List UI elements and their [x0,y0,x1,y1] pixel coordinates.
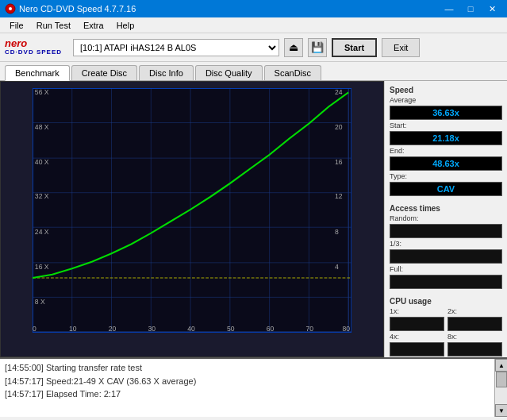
start-label: Start: [390,121,502,129]
svg-text:10: 10 [69,324,77,333]
full-value [390,275,502,289]
svg-text:16 X: 16 X [35,263,49,272]
svg-text:12: 12 [335,192,343,201]
cpu-2x-label: 2x: [447,307,502,315]
tab-bar: Benchmark Create Disc Disc Info Disc Qua… [0,62,507,81]
full-row: Full: [390,265,502,289]
type-col: Type: CAV [390,172,502,196]
svg-text:24: 24 [335,88,343,97]
cpu-row2: 4x: 8x: [390,333,502,356]
svg-rect-2 [33,88,351,333]
log-line-3: [14:57:17] Elapsed Time: 2:17 [5,387,490,401]
svg-text:8: 8 [335,227,339,236]
cpu8x-col: 8x: [447,333,502,356]
cpu4x-col: 4x: [390,333,444,356]
cpu1x-col: 1x: [390,307,444,331]
cpu-row: 1x: 2x: [390,307,502,331]
log-line-2: [14:57:17] Speed:21-49 X CAV (36.63 X av… [5,375,490,388]
log-area: [14:55:00] Starting transfer rate test [… [0,357,507,417]
onethird-label: 1/3: [390,240,502,248]
tab-scan-disc[interactable]: ScanDisc [264,65,321,80]
svg-text:24 X: 24 X [35,227,49,236]
main-content: 56 X 48 X 40 X 32 X 24 X 16 X 8 X 24 20 … [0,81,507,357]
window-title: Nero CD-DVD Speed 4.7.7.16 [19,4,136,13]
cpu-8x-value [447,342,502,356]
start-value: 21.18x [390,131,502,145]
cpu-2x-value [447,317,502,331]
start-row: Start: 21.18x [390,121,502,145]
end-label: End: [390,147,502,155]
nero-brand: nero [5,38,62,49]
tab-disc-info[interactable]: Disc Info [139,65,194,80]
svg-point-1 [9,7,12,10]
exit-button[interactable]: Exit [382,38,420,57]
svg-text:60: 60 [267,324,275,333]
svg-text:32 X: 32 X [35,192,49,201]
chart-svg: 56 X 48 X 40 X 32 X 24 X 16 X 8 X 24 20 … [33,88,351,333]
menu-run-test[interactable]: Run Test [30,19,77,32]
onethird-value [390,249,502,264]
drive-selector[interactable]: [10:1] ATAPI iHAS124 B AL0S [73,39,279,56]
svg-text:40 X: 40 X [35,157,49,166]
menu-file[interactable]: File [3,19,30,32]
svg-text:30: 30 [148,324,156,333]
svg-text:48 X: 48 X [35,123,49,132]
svg-text:50: 50 [227,324,235,333]
random-row: Random: [390,214,502,238]
window-controls: — □ ✕ [439,2,502,16]
speed-label: Speed [390,86,502,94]
svg-text:20: 20 [335,123,343,132]
svg-text:4: 4 [335,263,339,272]
tab-disc-quality[interactable]: Disc Quality [195,65,263,80]
end-row: End: 48.63x [390,147,502,171]
menu-bar: File Run Test Extra Help [0,17,507,33]
tab-create-disc[interactable]: Create Disc [71,65,137,80]
toolbar: nero CD·DVD SPEED [10:1] ATAPI iHAS124 B… [0,33,507,62]
full-label: Full: [390,265,502,273]
scroll-up-button[interactable]: ▲ [495,359,507,372]
title-bar: Nero CD-DVD Speed 4.7.7.16 — □ ✕ [0,0,507,17]
eject-icon-button[interactable]: ⏏ [284,38,303,57]
menu-extra[interactable]: Extra [77,19,110,32]
scroll-thumb[interactable] [496,372,507,387]
cpu2x-col: 2x: [447,307,502,331]
access-times-label: Access times [390,204,502,213]
start-button[interactable]: Start [332,38,377,57]
save-icon-button[interactable]: 💾 [308,38,327,57]
full-col: Full: [390,265,502,289]
average-col: Average 36.63x [390,96,502,120]
svg-text:56 X: 56 X [35,88,49,97]
speed-section: Speed Average 36.63x Start: 21.18x End: … [390,86,502,196]
svg-text:40: 40 [187,324,195,333]
cpu-1x-label: 1x: [390,307,444,315]
right-panel: Speed Average 36.63x Start: 21.18x End: … [384,81,507,357]
close-button[interactable]: ✕ [482,2,502,16]
cpu-label: CPU usage [390,297,502,306]
cpu-4x-label: 4x: [390,333,444,341]
access-times-section: Access times Random: 1/3: Full: [390,204,502,289]
maximize-button[interactable]: □ [460,2,481,16]
cpu-1x-value [390,317,444,331]
scroll-down-button[interactable]: ▼ [495,404,507,417]
random-col: Random: [390,214,502,238]
average-value: 36.63x [390,106,502,120]
svg-text:70: 70 [306,324,314,333]
log-line-1: [14:55:00] Starting transfer rate test [5,361,490,375]
type-row: Type: CAV [390,172,502,196]
cpu-section: CPU usage 1x: 2x: 4x: 8x: [390,297,502,356]
log-scrollbar[interactable]: ▲ ▼ [494,359,507,417]
title-bar-left: Nero CD-DVD Speed 4.7.7.16 [5,3,136,14]
start-col: Start: 21.18x [390,121,502,145]
minimize-button[interactable]: — [439,2,459,16]
tab-benchmark[interactable]: Benchmark [5,65,70,81]
svg-text:20: 20 [109,324,117,333]
scroll-track [495,372,507,404]
log-content: [14:55:00] Starting transfer rate test [… [0,359,494,417]
svg-text:80: 80 [343,324,351,333]
chart-area: 56 X 48 X 40 X 32 X 24 X 16 X 8 X 24 20 … [0,81,384,357]
end-col: End: 48.63x [390,147,502,171]
cpu-8x-label: 8x: [447,333,502,341]
svg-text:0: 0 [33,324,36,333]
menu-help[interactable]: Help [110,19,141,32]
svg-text:16: 16 [335,157,343,166]
